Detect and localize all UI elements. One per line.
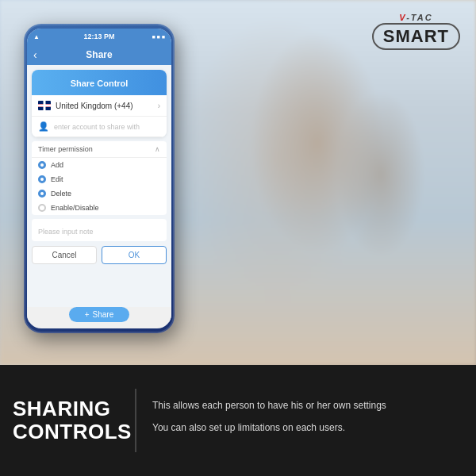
note-input-area[interactable]: Please input note [32, 219, 167, 241]
share-card-title: Share Control [71, 79, 129, 88]
status-bar: ▲ 12:13 PM ■ ■ ■ [27, 29, 171, 44]
bottom-title: SHARING CONTROLS [13, 397, 122, 443]
perm-enable-disable-label: Enable/Disable [51, 204, 99, 212]
radio-add [38, 161, 46, 169]
country-text: United Kingdom (+44) [56, 102, 153, 110]
phone-device: ▲ 12:13 PM ■ ■ ■ ‹ Share Share Control [24, 24, 175, 333]
share-button-label: Share [93, 310, 114, 319]
account-input-placeholder: enter account to share with [54, 123, 140, 131]
share-control-card: Share Control United Kingdom (+44) › 👤 e… [32, 70, 167, 137]
country-chevron-icon: › [158, 102, 160, 110]
phone-screen: ▲ 12:13 PM ■ ■ ■ ‹ Share Share Control [27, 29, 171, 328]
share-card-header: Share Control [32, 70, 167, 95]
cancel-button[interactable]: Cancel [32, 246, 97, 264]
action-buttons: Cancel OK [32, 246, 167, 264]
nav-title: Share [86, 49, 112, 60]
note-placeholder: Please input note [38, 228, 94, 236]
radio-enable-disable [38, 204, 46, 212]
uk-flag-icon [38, 101, 51, 110]
permission-item-delete[interactable]: Delete [32, 186, 167, 201]
permission-collapse-icon: ∧ [155, 145, 160, 153]
bottom-right: This allows each person to have his or h… [136, 386, 402, 455]
bottom-title-line2: CONTROLS [13, 420, 132, 443]
permission-label: Timer permission [38, 145, 93, 153]
smart-wrapper: SMART [372, 23, 460, 50]
smart-text: SMART [383, 26, 449, 46]
perm-add-label: Add [51, 161, 63, 169]
vtac-smart-logo: V-TAC SMART [372, 13, 460, 50]
wifi-icon: ▲ [33, 33, 40, 40]
nav-bar: ‹ Share [27, 44, 171, 65]
account-input-row[interactable]: 👤 enter account to share with [32, 117, 167, 137]
share-button[interactable]: + Share [69, 307, 130, 322]
permission-item-add[interactable]: Add [32, 158, 167, 172]
back-arrow-icon[interactable]: ‹ [33, 49, 37, 60]
phone-share-button-area: + Share [27, 307, 171, 322]
perm-delete-label: Delete [51, 190, 71, 198]
permission-item-enable-disable[interactable]: Enable/Disable [32, 201, 167, 215]
status-bar-left: ▲ [33, 33, 40, 40]
country-row[interactable]: United Kingdom (+44) › [32, 95, 167, 117]
ok-button[interactable]: OK [102, 246, 167, 264]
radio-delete [38, 190, 46, 198]
status-time: 12:13 PM [83, 33, 114, 40]
top-section: V-TAC SMART ▲ 12:13 PM ■ ■ ■ ‹ Share [0, 0, 476, 365]
bottom-section: SHARING CONTROLS This allows each person… [0, 365, 476, 476]
status-bar-right: ■ ■ ■ [152, 34, 165, 40]
v-letter: V [399, 13, 406, 22]
permission-header[interactable]: Timer permission ∧ [32, 141, 167, 158]
bottom-title-line1: SHARING [13, 397, 110, 420]
vtac-text: V-TAC [399, 13, 432, 22]
permission-section: Timer permission ∧ Add Edit Delete [32, 141, 167, 215]
perm-edit-label: Edit [51, 175, 63, 183]
radio-edit [38, 175, 46, 183]
permission-item-edit[interactable]: Edit [32, 172, 167, 186]
bottom-left: SHARING CONTROLS [0, 385, 135, 455]
person-icon: 👤 [38, 121, 49, 132]
share-plus-icon: + [85, 310, 90, 319]
phone-content: Share Control United Kingdom (+44) › 👤 e… [27, 65, 171, 308]
bottom-desc-1: This allows each person to have his or h… [152, 398, 386, 413]
bottom-desc-2: You can also set up limitations on each … [152, 420, 386, 435]
